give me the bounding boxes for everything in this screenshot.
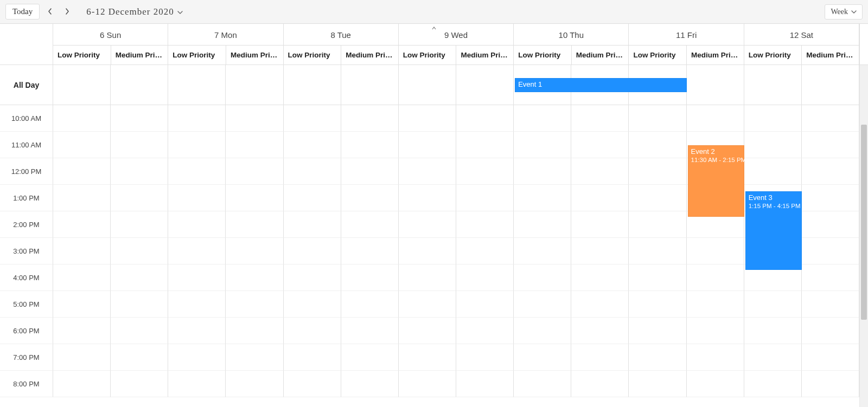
time-cell[interactable] (111, 158, 168, 185)
time-cell[interactable] (456, 318, 514, 344)
time-cell[interactable] (514, 132, 571, 158)
time-cell[interactable] (802, 105, 859, 132)
time-cell[interactable] (399, 318, 456, 344)
time-cell[interactable] (284, 264, 341, 291)
time-cell[interactable] (111, 318, 168, 344)
time-cell[interactable] (744, 371, 802, 397)
time-cell[interactable] (341, 238, 399, 264)
time-cell[interactable] (168, 318, 226, 344)
time-cell[interactable] (514, 158, 571, 185)
time-cell[interactable] (456, 291, 514, 318)
time-cell[interactable] (168, 291, 226, 318)
time-cell[interactable] (111, 238, 168, 264)
time-cell[interactable] (802, 344, 859, 371)
time-cell[interactable] (341, 211, 399, 238)
time-cell[interactable] (168, 185, 226, 211)
time-cell[interactable] (284, 185, 341, 211)
time-cell[interactable] (571, 211, 629, 238)
all-day-cell[interactable] (284, 65, 341, 105)
time-cell[interactable] (571, 371, 629, 397)
time-cell[interactable] (571, 291, 629, 318)
time-cell[interactable] (341, 264, 399, 291)
time-cell[interactable] (571, 318, 629, 344)
time-cell[interactable] (53, 105, 111, 132)
time-cell[interactable] (111, 185, 168, 211)
time-cell[interactable] (53, 132, 111, 158)
time-cell[interactable] (341, 291, 399, 318)
time-cell[interactable] (514, 264, 571, 291)
time-cell[interactable] (571, 344, 629, 371)
time-cell[interactable] (111, 211, 168, 238)
time-cell[interactable] (456, 238, 514, 264)
time-cell[interactable] (629, 291, 686, 318)
time-cell[interactable] (744, 291, 802, 318)
time-cell[interactable] (111, 264, 168, 291)
time-cell[interactable] (802, 318, 859, 344)
time-cell[interactable] (226, 238, 283, 264)
time-cell[interactable] (514, 238, 571, 264)
time-cell[interactable] (514, 344, 571, 371)
time-cell[interactable] (399, 185, 456, 211)
time-cell[interactable] (687, 318, 744, 344)
time-cell[interactable] (687, 105, 744, 132)
time-cell[interactable] (629, 211, 686, 238)
time-cell[interactable] (341, 158, 399, 185)
time-cell[interactable] (399, 291, 456, 318)
time-cell[interactable] (399, 132, 456, 158)
time-cell[interactable] (802, 132, 859, 158)
time-cell[interactable] (456, 132, 514, 158)
today-button[interactable]: Today (5, 4, 40, 20)
time-cell[interactable] (111, 344, 168, 371)
time-cell[interactable] (53, 211, 111, 238)
time-cell[interactable] (399, 264, 456, 291)
time-cell[interactable] (53, 238, 111, 264)
time-cell[interactable] (341, 371, 399, 397)
all-day-cell[interactable] (687, 65, 744, 105)
time-cell[interactable] (399, 371, 456, 397)
time-cell[interactable] (226, 264, 283, 291)
calendar-event[interactable]: Event 211:30 AM - 2:15 PM (688, 145, 744, 217)
time-cell[interactable] (53, 264, 111, 291)
all-day-cell[interactable] (168, 65, 226, 105)
time-cell[interactable] (284, 344, 341, 371)
time-cell[interactable] (571, 238, 629, 264)
scheduler-grid[interactable]: All Day 10:00 AM11:00 AM12:00 PM1:00 PM2… (0, 65, 859, 407)
time-cell[interactable] (53, 371, 111, 397)
all-day-cell[interactable] (456, 65, 514, 105)
time-cell[interactable] (744, 344, 802, 371)
time-cell[interactable] (168, 238, 226, 264)
time-cell[interactable] (629, 318, 686, 344)
time-cell[interactable] (687, 264, 744, 291)
time-cell[interactable] (687, 238, 744, 264)
time-cell[interactable] (226, 291, 283, 318)
time-cell[interactable] (111, 132, 168, 158)
time-cell[interactable] (514, 371, 571, 397)
time-cell[interactable] (456, 105, 514, 132)
time-cell[interactable] (168, 264, 226, 291)
time-cell[interactable] (53, 344, 111, 371)
time-cell[interactable] (456, 264, 514, 291)
time-cell[interactable] (168, 344, 226, 371)
time-cell[interactable] (629, 105, 686, 132)
time-cell[interactable] (456, 158, 514, 185)
time-cell[interactable] (341, 105, 399, 132)
time-cell[interactable] (53, 318, 111, 344)
time-cell[interactable] (284, 211, 341, 238)
time-cell[interactable] (802, 371, 859, 397)
time-cell[interactable] (571, 132, 629, 158)
time-cell[interactable] (629, 132, 686, 158)
time-cell[interactable] (341, 318, 399, 344)
all-day-cell[interactable] (399, 65, 456, 105)
time-cell[interactable] (744, 105, 802, 132)
time-cell[interactable] (399, 158, 456, 185)
time-cell[interactable] (399, 105, 456, 132)
time-cell[interactable] (802, 158, 859, 185)
time-cell[interactable] (168, 105, 226, 132)
all-day-cell[interactable] (111, 65, 168, 105)
time-cell[interactable] (226, 344, 283, 371)
time-cell[interactable] (744, 318, 802, 344)
all-day-cell[interactable] (226, 65, 283, 105)
time-cell[interactable] (168, 211, 226, 238)
time-cell[interactable] (802, 211, 859, 238)
time-cell[interactable] (514, 105, 571, 132)
